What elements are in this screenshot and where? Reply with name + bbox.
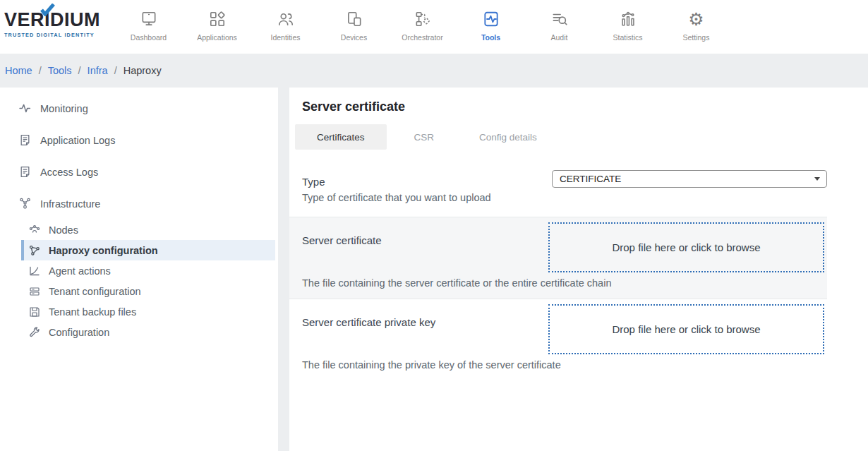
breadcrumb-home-link[interactable]: Home [5,65,32,76]
nav-label: Orchestrator [402,33,442,42]
private-key-label: Server certificate private key [302,316,435,354]
app-header: VERIDIUM TRUSTED DIGITAL IDENTITY Dashbo… [0,0,868,54]
nav-item-applications[interactable]: Applications [183,8,251,42]
page: VERIDIUM TRUSTED DIGITAL IDENTITY Dashbo… [0,0,868,451]
sidebar-item-haproxy-configuration[interactable]: Haproxy configuration [21,240,275,260]
server-certificate-label: Server certificate [302,234,382,272]
nav-label: Audit [551,33,568,42]
nav-label: Applications [197,33,237,42]
infrastructure-icon [18,198,31,210]
private-key-field-row: Server certificate private key Drop file… [289,299,827,380]
type-select-value: CERTIFICATE [560,174,621,184]
sidebar-item-label: Haproxy configuration [49,245,158,256]
nav-label: Dashboard [131,33,167,42]
tab-bar: Certificates CSR Config details [295,124,868,150]
applications-icon [208,8,227,28]
breadcrumb-infra-link[interactable]: Infra [88,65,108,76]
brand-tagline: TRUSTED DIGITAL IDENTITY [4,32,111,38]
sidebar-item-label: Agent actions [49,265,111,277]
nav-item-tools[interactable]: Tools [457,8,525,42]
sidebar-item-label: Access Logs [40,167,98,178]
breadcrumb-separator: / [78,65,81,76]
identities-icon [277,8,295,28]
private-key-help: The file containing the private key of t… [302,359,827,371]
agent-actions-icon [28,265,41,277]
private-key-dropzone[interactable]: Drop file here or click to browse [548,304,824,354]
nav-item-settings[interactable]: ⚙ Settings [662,8,730,42]
settings-icon: ⚙ [688,8,704,28]
nav-item-orchestrator[interactable]: Orchestrator [388,8,457,42]
tools-icon [482,8,500,28]
type-select[interactable]: CERTIFICATE [552,170,827,188]
statistics-icon [619,8,637,28]
tab-config-details[interactable]: Config details [462,124,555,150]
nav-item-statistics[interactable]: Statistics [593,8,662,42]
sidebar-item-label: Configuration [49,327,109,338]
type-label: Type [302,176,491,188]
server-certificate-help: The file containing the server certifica… [302,277,827,289]
type-field-text: Type Type of certificate that you want t… [302,160,491,203]
sidebar-item-tenant-backup-files[interactable]: Tenant backup files [0,301,278,322]
nav-label: Devices [341,33,367,42]
nav-item-audit[interactable]: Audit [525,8,593,42]
brand-logo[interactable]: VERIDIUM TRUSTED DIGITAL IDENTITY [4,11,111,38]
nav-label: Settings [683,33,710,42]
main-panel: Server certificate Certificates CSR Conf… [289,88,868,451]
configuration-icon [28,327,41,338]
sidebar-item-label: Tenant backup files [49,306,136,318]
tenant-backup-files-icon [28,306,41,318]
type-field-row: Type Type of certificate that you want t… [289,150,827,217]
breadcrumb-current: Haproxy [123,65,162,76]
sidebar-item-configuration[interactable]: Configuration [0,322,278,342]
sidebar-item-label: Nodes [49,224,78,236]
breadcrumb-separator: / [114,65,117,76]
haproxy-configuration-icon [28,245,41,256]
top-nav: Dashboard Applications [114,0,730,42]
nav-item-identities[interactable]: Identities [251,8,320,42]
breadcrumb-separator: / [39,65,42,76]
caret-down-icon [814,177,820,181]
sidebar-item-label: Infrastructure [40,198,100,210]
nav-label: Statistics [613,33,642,42]
devices-icon [345,8,363,28]
tenant-configuration-icon [28,286,41,297]
server-certificate-field-row: Server certificate Drop file here or cli… [289,217,827,299]
access-logs-icon [18,166,31,178]
sidebar: Monitoring Application Logs Access Logs [0,88,278,451]
nav-label: Identities [270,33,300,42]
breadcrumb-tools-link[interactable]: Tools [48,65,72,76]
audit-icon [550,8,569,28]
sidebar-item-label: Application Logs [40,135,115,146]
sidebar-item-label: Monitoring [40,103,88,114]
sidebar-item-access-logs[interactable]: Access Logs [0,156,278,188]
sidebar-item-application-logs[interactable]: Application Logs [0,124,278,156]
application-logs-icon [18,134,31,146]
brand-name: VERIDIUM [4,11,111,30]
sidebar-item-agent-actions[interactable]: Agent actions [0,260,278,281]
sidebar-item-infrastructure[interactable]: Infrastructure [0,188,278,220]
tab-certificates[interactable]: Certificates [295,124,387,150]
dashboard-icon [140,8,158,28]
brand-check-icon [40,4,55,16]
sidebar-item-nodes[interactable]: Nodes [0,220,278,240]
monitoring-icon [18,102,31,114]
type-help: Type of certificate that you want to upl… [302,192,491,203]
breadcrumb: Home / Tools / Infra / Haproxy [0,54,868,88]
tab-csr[interactable]: CSR [397,124,452,150]
orchestrator-icon [414,8,432,28]
nodes-icon [28,224,41,236]
sidebar-item-tenant-configuration[interactable]: Tenant configuration [0,281,278,301]
content-area: Monitoring Application Logs Access Logs [0,88,868,451]
sidebar-item-monitoring[interactable]: Monitoring [0,92,278,124]
nav-item-dashboard[interactable]: Dashboard [114,8,183,42]
server-certificate-dropzone[interactable]: Drop file here or click to browse [548,222,824,272]
page-title: Server certificate [302,100,868,114]
nav-label: Tools [481,33,500,42]
sidebar-item-label: Tenant configuration [49,286,141,297]
nav-item-devices[interactable]: Devices [320,8,388,42]
